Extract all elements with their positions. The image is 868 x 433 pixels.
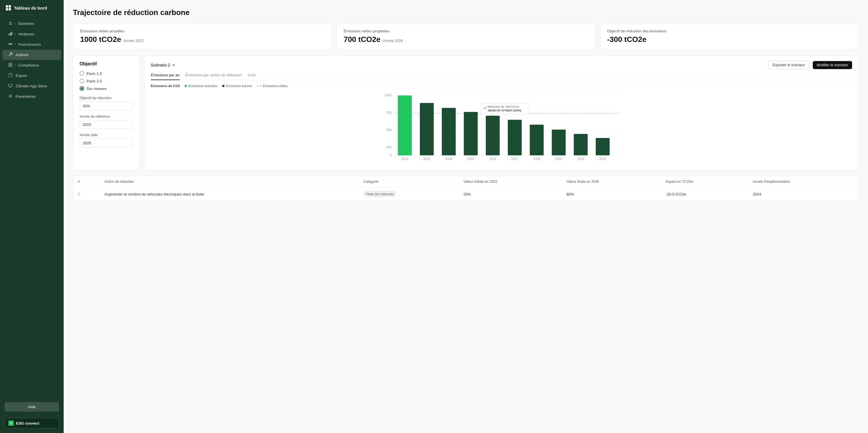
- content-row: Objectif Paris 1.5 Paris 2.0 Sur mesure …: [73, 55, 859, 170]
- cell-num: 1: [73, 187, 100, 201]
- esg-badge[interactable]: ✦ ESG connect: [5, 418, 59, 428]
- svg-point-4: [11, 43, 12, 45]
- sidebar-logo[interactable]: Tableau de bord: [0, 0, 64, 15]
- kpi-row: Émissions nettes actuelles 1000 tCO2e An…: [73, 24, 859, 50]
- monitor-icon: [8, 84, 13, 89]
- sidebar-item-climate[interactable]: Climate App Store: [2, 81, 61, 91]
- tab-par-action[interactable]: Émissions par action de réduction: [185, 73, 242, 80]
- reduction-table: # Action de réduction Catégorie Valeur i…: [73, 176, 859, 201]
- bar-2025: [464, 112, 478, 155]
- modify-scenario-button[interactable]: Modifier le scénario: [813, 61, 852, 69]
- sidebar-item-label: Paramètres: [16, 94, 36, 99]
- radio-surmesure[interactable]: Sur mesure: [80, 86, 133, 91]
- help-section: Aide: [0, 399, 64, 415]
- table-body: 1 Augmenter le nombre de véhicules élect…: [73, 187, 859, 201]
- field-label: Année de référence: [80, 115, 133, 119]
- field-objectif-reduction: Objectif de réduction: [80, 96, 133, 111]
- th-valeur-initiale: Valeur initiale en 2022: [459, 176, 562, 187]
- th-action: Action de réduction: [100, 176, 359, 187]
- kpi-value-0: 1000 tCO2e Année 2022: [80, 35, 324, 44]
- legend-futures: Émissions futures: [222, 84, 252, 88]
- kpi-card-0: Émissions nettes actuelles 1000 tCO2e An…: [73, 24, 332, 50]
- sidebar-item-compliance[interactable]: › Compliance: [2, 60, 61, 70]
- radio-paris15[interactable]: Paris 1.5: [80, 71, 133, 76]
- chart-tabs: Émissions par an Émissions par action de…: [151, 73, 852, 80]
- svg-text:2027: 2027: [511, 157, 518, 160]
- bar-2024: [442, 108, 456, 155]
- radio-circle: [80, 79, 84, 83]
- table-head: # Action de réduction Catégorie Valeur i…: [73, 176, 859, 187]
- kpi-card-2: Objectif de réduction des émissions -300…: [600, 24, 859, 50]
- page-title: Trajectoire de réduction carbone: [73, 8, 859, 17]
- chart-actions: Exporter le scénario Modifier le scénari…: [768, 61, 852, 69]
- kpi-card-1: Émissions nettes projettées 700 tCO2e An…: [337, 24, 595, 50]
- bar-2027: [508, 120, 522, 155]
- chart-legend: Émissions de CO2 Émissions actuelles Émi…: [151, 84, 852, 88]
- bar-2031: [596, 138, 610, 155]
- sidebar-item-actions[interactable]: Actions: [2, 50, 61, 60]
- svg-text:2024: 2024: [445, 157, 452, 160]
- radio-circle-checked: [80, 86, 84, 91]
- sidebar: Tableau de bord › Données › Analyses: [0, 0, 64, 433]
- table-header-row: # Action de réduction Catégorie Valeur i…: [73, 176, 859, 187]
- radio-paris20[interactable]: Paris 2.0: [80, 79, 133, 83]
- sidebar-item-label: Analyses: [18, 32, 34, 36]
- sidebar-item-label: Climate App Store: [16, 84, 47, 88]
- sidebar-item-donnees[interactable]: › Données: [2, 19, 61, 29]
- chevron-icon: ›: [14, 64, 16, 67]
- scenario-selector[interactable]: Scénario 2: [151, 63, 175, 67]
- cell-annee: 2024: [748, 187, 859, 201]
- svg-text:2025: 2025: [467, 157, 474, 160]
- svg-point-13: [10, 95, 11, 97]
- radio-circle: [80, 71, 84, 76]
- tab-cout[interactable]: Coût: [248, 73, 255, 80]
- cell-action: Augmenter le nombre de véhicules électri…: [100, 187, 359, 201]
- svg-text:250: 250: [386, 146, 392, 149]
- th-impact: Impact en TCO2e: [661, 176, 748, 187]
- svg-text:OBJECTIF ATTEINT (100%): OBJECTIF ATTEINT (100%): [488, 109, 521, 112]
- sidebar-item-label: Compliance: [18, 63, 39, 67]
- main-content: Trajectoire de réduction carbone Émissio…: [64, 0, 868, 433]
- kpi-value-1: 700 tCO2e Année 2026: [344, 35, 588, 44]
- sidebar-item-analyses[interactable]: › Analyses: [2, 29, 61, 39]
- scenario-label: Scénario 2: [151, 63, 170, 67]
- export-scenario-button[interactable]: Exporter le scénario: [768, 61, 809, 69]
- svg-text:Réduction de -300 tCO2e: Réduction de -300 tCO2e: [488, 105, 519, 108]
- svg-text:0: 0: [390, 153, 392, 157]
- svg-text:2029: 2029: [555, 157, 562, 160]
- chart-svg: 1000 750 500 250 0: [151, 91, 852, 163]
- cell-valeur-initiale: 20%: [459, 187, 562, 201]
- kpi-label-2: Objectif de réduction des émissions: [607, 29, 851, 33]
- th-annee: Année d'implémentation: [748, 176, 859, 187]
- upload-icon: [8, 21, 13, 26]
- arrow-icon: [8, 52, 13, 57]
- sidebar-item-parametres[interactable]: Paramètres: [2, 91, 61, 101]
- objectif-reduction-input[interactable]: [80, 101, 133, 111]
- chevron-icon: ›: [14, 43, 16, 46]
- legend-dot-actuelles: [185, 85, 187, 87]
- sidebar-item-export[interactable]: Export: [2, 70, 61, 81]
- legend-label: Émissions actuelles: [188, 84, 218, 88]
- kpi-label-0: Émissions nettes actuelles: [80, 29, 324, 33]
- annee-reference-input[interactable]: [80, 120, 133, 129]
- bar-2029: [552, 130, 566, 155]
- sidebar-footer: ✦ ESG connect: [0, 415, 64, 433]
- sidebar-item-fournisseurs[interactable]: › Fournisseurs: [2, 39, 61, 50]
- th-categorie: Catégorie: [359, 176, 459, 187]
- kpi-value-2: -300 tCO2e: [607, 35, 851, 44]
- chevron-down-icon: [172, 63, 175, 67]
- svg-rect-1: [10, 33, 11, 35]
- field-label: Objectif de réduction: [80, 96, 133, 100]
- sidebar-logo-label: Tableau de bord: [14, 5, 47, 10]
- chevron-icon: ›: [14, 22, 16, 25]
- grid-icon: [6, 5, 11, 10]
- bar-2023: [420, 103, 434, 155]
- field-label: Année cible: [80, 133, 133, 137]
- legend-actuelles: Émissions actuelles: [185, 84, 218, 88]
- tab-par-an[interactable]: Émissions par an: [151, 73, 180, 80]
- objectif-title: Objectif: [80, 61, 133, 66]
- annee-cible-input[interactable]: [80, 138, 133, 148]
- help-button[interactable]: Aide: [5, 402, 59, 411]
- gear-icon: [8, 94, 13, 99]
- svg-point-3: [9, 43, 10, 45]
